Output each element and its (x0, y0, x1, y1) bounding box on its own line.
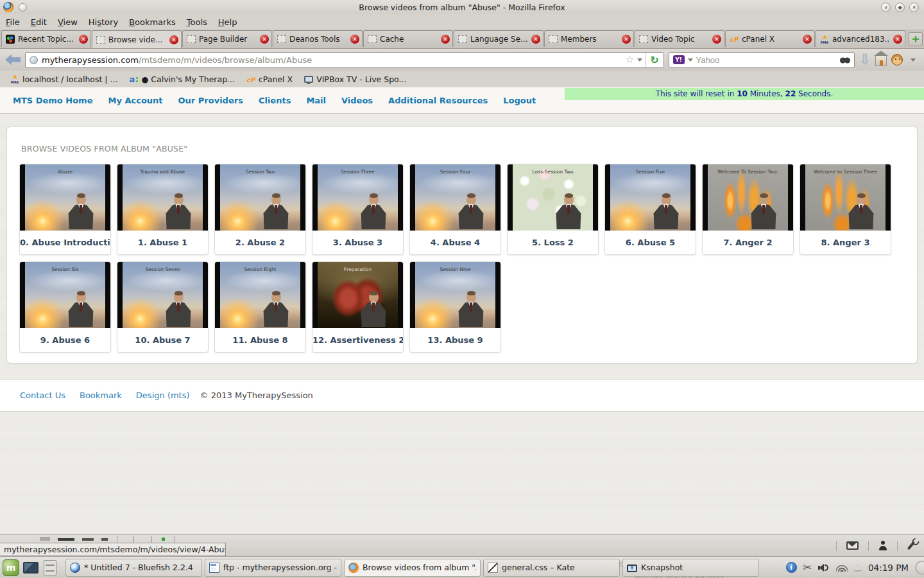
toolbar-overflow-icon[interactable] (911, 58, 916, 62)
browser-tab[interactable]: advanced183... (816, 30, 905, 47)
video-card[interactable]: Welcome To Session Two: 7. Anger 2 (702, 164, 794, 255)
video-thumbnail[interactable]: Session Six (20, 262, 110, 328)
taskbar-window-button[interactable]: * Untitled 7 - Bluefish 2.2.4 (65, 559, 202, 577)
wifi-icon[interactable] (836, 563, 848, 572)
panel-hide-triangle-icon[interactable] (854, 565, 862, 570)
maximize-button[interactable]: ◆ (895, 3, 905, 12)
video-thumbnail[interactable]: Session Three (312, 164, 403, 231)
tab-close-icon[interactable] (893, 35, 902, 44)
tab-close-icon[interactable] (79, 35, 88, 44)
downloads-icon[interactable] (859, 52, 871, 67)
reload-icon[interactable] (646, 53, 660, 67)
video-title[interactable]: 12. Assertiveness 2 (312, 328, 403, 352)
menu-item[interactable]: Edit (31, 17, 47, 27)
mail-envelope-icon[interactable] (846, 541, 859, 550)
tab-close-icon[interactable] (350, 35, 359, 44)
site-nav-link[interactable]: Additional Resources (388, 96, 488, 105)
browser-tab[interactable]: Page Builder (182, 30, 272, 47)
file-manager-icon[interactable] (44, 560, 56, 575)
site-nav-link[interactable]: Videos (341, 96, 373, 105)
browser-tab[interactable]: cPanel X (725, 30, 815, 47)
tab-close-icon[interactable] (169, 35, 178, 44)
video-thumbnail[interactable]: Welcome To Session Two: (703, 164, 793, 231)
mint-menu-button[interactable] (3, 559, 19, 576)
video-title[interactable]: 5. Loss 2 (508, 231, 598, 254)
video-card[interactable]: Session Two 2. Abuse 2 (214, 164, 306, 255)
site-nav-link[interactable]: Logout (503, 96, 536, 105)
bookmark-item[interactable]: localhost / localhost | ... (10, 74, 117, 84)
video-card[interactable]: Preparation 12. Assertiveness 2 (312, 261, 404, 353)
video-title[interactable]: 6. Abuse 5 (605, 231, 696, 254)
video-card[interactable]: Abuse 0. Abuse Introduction (19, 164, 111, 255)
url-bar[interactable]: mytherapysession.com /mtsdemo/m/videos/b… (25, 52, 664, 68)
minimize-button[interactable]: ∨ (881, 3, 891, 12)
yahoo-engine-icon[interactable] (673, 55, 685, 64)
engine-dropdown-icon[interactable] (688, 58, 693, 62)
home-icon[interactable] (875, 56, 887, 66)
footer-link[interactable]: Bookmark (80, 390, 122, 400)
video-thumbnail[interactable]: Session Four (410, 164, 501, 231)
back-button[interactable] (5, 55, 21, 66)
bookmark-star-icon[interactable]: ☆ (626, 55, 634, 65)
show-desktop-icon[interactable] (23, 562, 38, 574)
video-thumbnail[interactable]: Session Two (215, 164, 305, 231)
video-title[interactable]: 11. Abuse 8 (215, 328, 305, 352)
url-dropdown-icon[interactable] (637, 58, 642, 62)
search-binoculars-icon[interactable] (840, 57, 850, 64)
browser-tab[interactable]: Browse vide... (92, 30, 182, 48)
video-thumbnail[interactable]: Welcome to Session Three (800, 164, 891, 231)
video-card[interactable]: Welcome to Session Three 8. Anger 3 (800, 164, 891, 255)
video-card[interactable]: Session Five 6. Abuse 5 (604, 164, 696, 255)
video-thumbnail[interactable]: Session Nine (410, 262, 501, 328)
tab-close-icon[interactable] (531, 35, 540, 44)
bookmark-item[interactable]: cPanel X (246, 74, 293, 84)
search-bar[interactable] (669, 52, 855, 68)
foxyproxy-monkey-icon[interactable] (891, 54, 903, 66)
browser-tab[interactable]: Members (544, 30, 634, 47)
video-thumbnail[interactable]: Session Five (605, 164, 696, 231)
close-button[interactable]: ✕ (909, 3, 919, 12)
site-nav-link[interactable]: Our Providers (178, 96, 243, 105)
clipboard-scissors-icon[interactable] (803, 563, 812, 573)
site-nav-link[interactable]: MTS Demo Home (13, 96, 92, 105)
window-menu-button[interactable] (19, 3, 27, 12)
video-card[interactable]: Session Seven 10. Abuse 7 (117, 261, 209, 353)
volume-speaker-icon[interactable] (818, 563, 830, 572)
video-thumbnail[interactable]: Session Eight (215, 262, 305, 328)
tab-close-icon[interactable] (803, 35, 812, 44)
video-card[interactable]: Loss-Session Two 5. Loss 2 (507, 164, 599, 255)
video-card[interactable]: Trauma and Abuse 1. Abuse 1 (117, 164, 209, 255)
tab-close-icon[interactable] (712, 35, 721, 44)
video-title[interactable]: 2. Abuse 2 (215, 231, 305, 254)
tab-close-icon[interactable] (441, 35, 450, 44)
video-title[interactable]: 9. Abuse 6 (20, 328, 110, 352)
video-card[interactable]: Session Eight 11. Abuse 8 (214, 261, 306, 353)
footer-link[interactable]: Contact Us (20, 390, 65, 400)
video-card[interactable]: Session Six 9. Abuse 6 (19, 261, 111, 353)
video-card[interactable]: Session Four 4. Abuse 4 (409, 164, 501, 255)
update-shield-icon[interactable] (786, 562, 797, 573)
video-thumbnail[interactable]: Session Seven (117, 262, 208, 328)
video-card[interactable]: Session Nine 13. Abuse 9 (409, 261, 501, 353)
browser-tab[interactable]: Video Topic (635, 30, 724, 47)
site-nav-link[interactable]: Clients (259, 96, 291, 105)
bookmark-item[interactable]: ● Calvin's My Therap... (129, 74, 235, 84)
browser-tab[interactable]: Deanos Tools (273, 30, 363, 47)
footer-link[interactable]: Design (mts) (136, 390, 190, 400)
video-title[interactable]: 10. Abuse 7 (117, 328, 208, 352)
video-title[interactable]: 8. Anger 3 (800, 231, 891, 254)
browser-tab[interactable]: Language Se... (454, 30, 543, 47)
menu-item[interactable]: Bookmarks (129, 17, 176, 27)
taskbar-window-button[interactable]: Browse videos from album "Ab... (344, 559, 481, 577)
tab-close-icon[interactable] (622, 35, 631, 44)
taskbar-window-button[interactable]: general.css – Kate (483, 559, 620, 577)
menu-item[interactable]: History (89, 17, 118, 27)
site-nav-link[interactable]: Mail (306, 96, 326, 105)
menu-item[interactable]: Tools (187, 17, 207, 27)
video-thumbnail[interactable]: Trauma and Abuse (117, 164, 208, 231)
browser-tab[interactable]: Recent Topic... (1, 30, 91, 47)
browser-tab[interactable]: Cache (363, 30, 453, 47)
site-identity-globe-icon[interactable] (30, 56, 38, 64)
tools-wrench-icon[interactable] (907, 541, 916, 550)
menu-item[interactable]: File (6, 17, 20, 27)
